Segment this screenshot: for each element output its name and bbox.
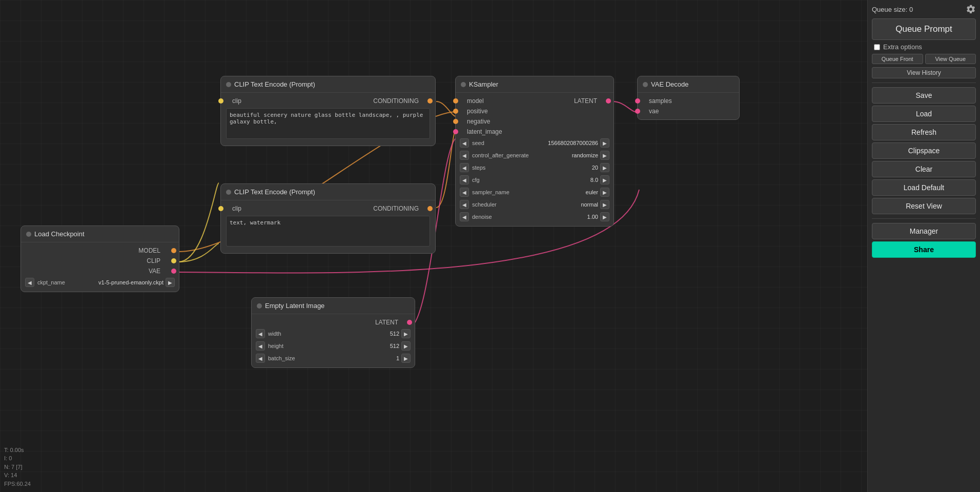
vae-output-port[interactable]: [171, 269, 176, 274]
clip-input-2-port[interactable]: [218, 206, 223, 211]
steps-label: steps: [469, 165, 590, 171]
cfg-next-btn[interactable]: ▶: [600, 175, 609, 184]
node-status-dot-2: [226, 190, 231, 195]
latent-output-port[interactable]: [606, 98, 611, 104]
sampler-name-row: ◀ sampler_name euler ▶: [456, 186, 614, 198]
queue-size-text: Queue size: 0: [872, 6, 913, 13]
ckpt-name-value: v1-5-pruned-emaonly.ckpt: [96, 279, 166, 285]
queue-prompt-button[interactable]: Queue Prompt: [872, 18, 976, 40]
load-checkpoint-node: Load Checkpoint MODEL CLIP VAE ◀ ckpt_na…: [21, 225, 179, 292]
width-next-btn[interactable]: ▶: [401, 329, 411, 338]
clip-encode-1-title: CLIP Text Encode (Prompt): [234, 80, 315, 88]
vae-output-row: VAE: [21, 266, 179, 276]
sampler-next-btn[interactable]: ▶: [600, 188, 609, 197]
steps-next-btn[interactable]: ▶: [600, 163, 609, 172]
view-queue-button[interactable]: View Queue: [925, 54, 976, 64]
clip-input-2-label: clip: [232, 205, 241, 212]
sub-buttons-row: Queue Front View Queue: [872, 54, 976, 64]
status-n: N: 7 [7]: [4, 463, 31, 471]
cag-value: randomize: [570, 152, 600, 158]
negative-input-port[interactable]: [453, 119, 458, 124]
batch-next-btn[interactable]: ▶: [401, 354, 411, 363]
vae-output-label: VAE: [149, 268, 160, 275]
denoise-next-btn[interactable]: ▶: [600, 212, 609, 221]
status-fps: FPS:60.24: [4, 480, 31, 488]
empty-latent-title: Empty Latent Image: [265, 302, 324, 310]
width-prev-btn[interactable]: ◀: [256, 329, 265, 338]
extra-options-checkbox[interactable]: [874, 44, 880, 50]
denoise-value: 1.00: [585, 214, 600, 220]
cfg-row: ◀ cfg 8.0 ▶: [456, 174, 614, 186]
conditioning-output-2-port[interactable]: [427, 206, 433, 211]
ckpt-prev-btn[interactable]: ◀: [25, 278, 34, 287]
divider-2: [872, 218, 976, 219]
latent-output-el-port[interactable]: [407, 320, 412, 325]
denoise-prev-btn[interactable]: ◀: [460, 212, 469, 221]
cfg-value: 8.0: [588, 177, 600, 183]
scheduler-prev-btn[interactable]: ◀: [460, 200, 469, 209]
ckpt-name-label: ckpt_name: [34, 279, 96, 285]
reset-view-button[interactable]: Reset View: [872, 198, 976, 214]
vae-decode-title: VAE Decode: [651, 80, 688, 88]
batch-prev-btn[interactable]: ◀: [256, 354, 265, 363]
load-checkpoint-title: Load Checkpoint: [34, 230, 85, 238]
vae-input-row: vae: [638, 106, 739, 116]
cag-next-btn[interactable]: ▶: [600, 151, 609, 160]
seed-next-btn[interactable]: ▶: [600, 138, 609, 148]
canvas-area[interactable]: Load Checkpoint MODEL CLIP VAE ◀ ckpt_na…: [0, 0, 867, 492]
queue-header: Queue size: 0: [872, 4, 976, 14]
load-default-button[interactable]: Load Default: [872, 179, 976, 196]
clip-output-port[interactable]: [171, 258, 176, 263]
denoise-row: ◀ denoise 1.00 ▶: [456, 211, 614, 223]
height-prev-btn[interactable]: ◀: [256, 341, 265, 351]
vae-input-port[interactable]: [635, 109, 640, 114]
samples-input-port[interactable]: [635, 98, 640, 104]
clip-input-1-row: clip CONDITIONING: [221, 96, 435, 106]
clip-encode-1-text[interactable]: [226, 108, 430, 139]
clip-encode-2-text[interactable]: [226, 216, 430, 247]
load-button[interactable]: Load: [872, 106, 976, 122]
clip-output-label: CLIP: [147, 257, 160, 264]
clip-input-2-row: clip CONDITIONING: [221, 203, 435, 214]
settings-icon[interactable]: [966, 4, 976, 14]
status-bar: T: 0.00s I: 0 N: 7 [7] V: 14 FPS:60.24: [4, 446, 31, 488]
manager-button[interactable]: Manager: [872, 223, 976, 239]
clip-encode-1-node: CLIP Text Encode (Prompt) clip CONDITION…: [220, 76, 436, 146]
seed-prev-btn[interactable]: ◀: [460, 138, 469, 148]
vae-decode-node: VAE Decode samples vae: [637, 76, 740, 120]
model-input-label: model: [467, 97, 484, 105]
save-button[interactable]: Save: [872, 87, 976, 104]
node-status-dot: [26, 232, 31, 237]
clip-encode-1-header: CLIP Text Encode (Prompt): [221, 76, 435, 93]
empty-latent-header: Empty Latent Image: [252, 298, 415, 314]
latent-image-input-label: latent_image: [467, 128, 502, 135]
node-status-dot-1: [226, 82, 231, 87]
batch-size-label: batch_size: [265, 355, 394, 361]
clipspace-button[interactable]: Clipspace: [872, 142, 976, 159]
conditioning-output-1-port[interactable]: [427, 98, 433, 104]
ckpt-next-btn[interactable]: ▶: [166, 278, 175, 287]
scheduler-next-btn[interactable]: ▶: [600, 200, 609, 209]
clear-button[interactable]: Clear: [872, 161, 976, 177]
positive-input-port[interactable]: [453, 109, 458, 114]
scheduler-value: normal: [579, 201, 600, 208]
samples-input-label: samples: [649, 97, 672, 105]
cfg-prev-btn[interactable]: ◀: [460, 175, 469, 184]
share-button[interactable]: Share: [872, 241, 976, 258]
latent-image-input-port[interactable]: [453, 129, 458, 134]
latent-output-el-row: LATENT: [252, 317, 415, 327]
width-value: 512: [388, 331, 401, 337]
cag-prev-btn[interactable]: ◀: [460, 151, 469, 160]
queue-front-button[interactable]: Queue Front: [872, 54, 923, 64]
sampler-prev-btn[interactable]: ◀: [460, 188, 469, 197]
clip-input-1-port[interactable]: [218, 98, 223, 104]
refresh-button[interactable]: Refresh: [872, 124, 976, 140]
clip-input-1-label: clip: [232, 97, 241, 105]
width-label: width: [265, 331, 388, 337]
model-output-port[interactable]: [171, 248, 176, 253]
steps-prev-btn[interactable]: ◀: [460, 163, 469, 172]
view-history-button[interactable]: View History: [872, 67, 976, 78]
height-next-btn[interactable]: ▶: [401, 341, 411, 351]
model-input-port[interactable]: [453, 98, 458, 104]
seed-label: seed: [469, 140, 546, 146]
